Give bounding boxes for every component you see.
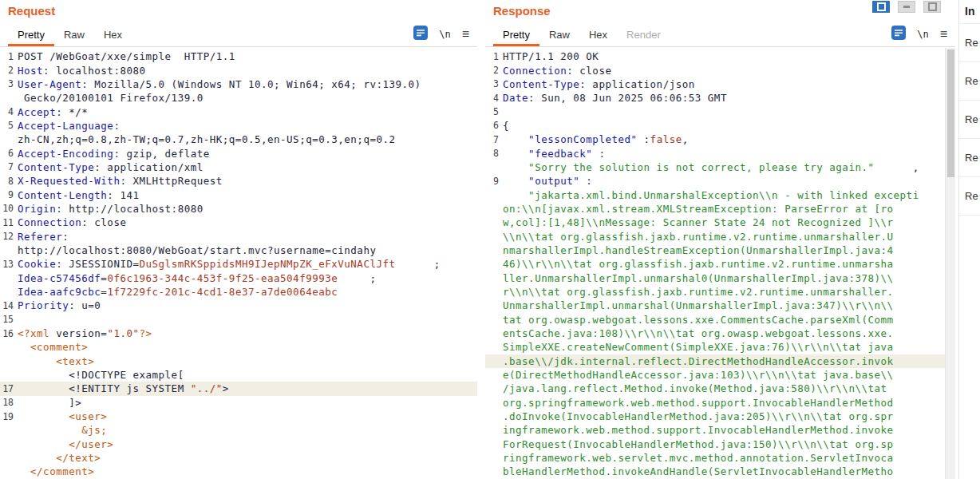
- editor-menu-icon[interactable]: ≡: [462, 28, 469, 41]
- maximize-panel-button[interactable]: [872, 1, 890, 13]
- request-code-line[interactable]: zh-CN,zh;q=0.8,zh-TW;q=0.7,zh-HK;q=0.5,e…: [0, 133, 477, 146]
- scrollbar-thumb[interactable]: [947, 49, 954, 177]
- line-number: 11: [0, 217, 18, 228]
- request-code-line[interactable]: 19 <user>: [0, 410, 477, 423]
- response-code-line[interactable]: 46)\\r\\n\\tat org.glassfish.jaxb.runtim…: [485, 257, 945, 271]
- line-number: 19: [0, 411, 18, 422]
- minimize-panel-button[interactable]: [898, 1, 915, 13]
- tab-raw[interactable]: Raw: [54, 22, 94, 46]
- response-code-line[interactable]: 2Connection: close: [485, 63, 945, 77]
- response-code-line[interactable]: 6{: [485, 119, 945, 133]
- request-code-line[interactable]: 13Cookie: JSESSIONID=DuSglsmRKSppidsMH9I…: [0, 257, 477, 271]
- response-code-line[interactable]: bleHandlerMethod.invokeAndHandle(Servlet…: [485, 465, 945, 478]
- line-number: 8: [485, 148, 503, 159]
- response-code-line[interactable]: org.springframework.web.method.support.I…: [485, 396, 945, 410]
- request-code-line[interactable]: 14Priority: u=0: [0, 299, 477, 312]
- response-code-line[interactable]: on:\\n[javax.xml.stream.XMLStreamExcepti…: [485, 202, 945, 216]
- response-code-line[interactable]: e(DirectMethodHandleAccessor.java:103)\\…: [485, 368, 945, 382]
- request-code-line[interactable]: 7Content-Type: application/xml: [0, 160, 477, 174]
- request-code-line[interactable]: 8X-Requested-With: XMLHttpRequest: [0, 174, 477, 188]
- request-code-line[interactable]: 3User-Agent: Mozilla/5.0 (Windows NT 10.…: [0, 77, 477, 91]
- response-code-line[interactable]: .doInvoke(InvocableHandlerMethod.java:20…: [485, 410, 945, 423]
- response-code-line[interactable]: .base\\/jdk.internal.reflect.DirectMetho…: [485, 354, 945, 368]
- request-code-line[interactable]: 6Accept-Encoding: gzip, deflate: [0, 146, 477, 160]
- tab-pretty[interactable]: Pretty: [493, 22, 539, 46]
- request-editor[interactable]: 1POST /WebGoat/xxe/simple HTTP/1.12Host:…: [0, 48, 477, 479]
- response-code-line[interactable]: "jakarta.xml.bind.UnmarshalException\\n …: [485, 188, 945, 201]
- response-code-line[interactable]: tat org.owasp.webgoat.lessons.xxe.Commen…: [485, 313, 945, 327]
- request-code-line[interactable]: 2Host: localhost:8080: [0, 63, 477, 77]
- request-code-line[interactable]: </text>: [0, 451, 477, 465]
- line-number: 10: [0, 203, 18, 214]
- request-code-line[interactable]: <text>: [0, 354, 477, 368]
- response-code-line[interactable]: 1HTTP/1.1 200 OK: [485, 49, 945, 63]
- request-code-line[interactable]: 1POST /WebGoat/xxe/simple HTTP/1.1: [0, 49, 477, 63]
- tab-hex[interactable]: Hex: [94, 22, 132, 46]
- tab-hex[interactable]: Hex: [579, 22, 617, 46]
- restore-panel-button[interactable]: [923, 1, 941, 13]
- request-code-line[interactable]: 5Accept-Language:: [0, 119, 477, 133]
- request-code-line[interactable]: <!DOCTYPE example[: [0, 368, 477, 382]
- request-code-line[interactable]: Gecko/20100101 Firefox/139.0: [0, 91, 477, 105]
- response-code-line[interactable]: \\n\\tat org.glassfish.jaxb.runtime.v2.r…: [485, 229, 945, 243]
- tab-render[interactable]: Render: [617, 22, 670, 46]
- search-icon[interactable]: [891, 26, 906, 43]
- line-number: 13: [0, 259, 18, 270]
- response-code-line[interactable]: 8 "feedback" :: [485, 146, 945, 160]
- request-code-line[interactable]: 4Accept: */*: [0, 105, 477, 118]
- response-code-line[interactable]: 9 "output" :: [485, 174, 945, 188]
- line-number: 9: [0, 189, 18, 200]
- response-code-line[interactable]: r\\n\\tat org.glassfish.jaxb.runtime.v2.…: [485, 285, 945, 299]
- request-code-line[interactable]: </user>: [0, 437, 477, 451]
- response-code-line[interactable]: 3Content-Type: application/json: [485, 77, 945, 91]
- response-code-line[interactable]: SimpleXXE.createNewComment(SimpleXXE.jav…: [485, 340, 945, 354]
- response-code-line[interactable]: 5: [485, 105, 945, 118]
- response-code-line[interactable]: ringframework.web.servlet.mvc.method.ann…: [485, 451, 945, 465]
- response-code-line[interactable]: w,col]:[1,48]\\nMessage: Scanner State 2…: [485, 216, 945, 229]
- inspector-section[interactable]: Re: [959, 24, 980, 62]
- request-code-line[interactable]: Idea-aafc9cbc=1f7229fc-201c-4cd1-8e37-a7…: [0, 285, 477, 299]
- editor-menu-icon[interactable]: ≡: [940, 28, 947, 41]
- response-code-line[interactable]: 7 "lessonCompleted" :false,: [485, 133, 945, 146]
- request-code-line[interactable]: http://localhost:8080/WebGoat/start.mvc?…: [0, 243, 477, 257]
- request-code-line[interactable]: 16<?xml version="1.0"?>: [0, 327, 477, 340]
- tab-raw[interactable]: Raw: [539, 22, 579, 46]
- inspector-section[interactable]: Re: [959, 101, 980, 139]
- response-code-line[interactable]: /java.lang.reflect.Method.invoke(Method.…: [485, 382, 945, 395]
- line-number: 3: [485, 78, 503, 89]
- response-scrollbar[interactable]: [945, 48, 955, 479]
- request-code-line[interactable]: 18 ]>: [0, 396, 477, 410]
- request-code-line[interactable]: 15: [0, 313, 477, 327]
- response-code-line[interactable]: ForRequest(InvocableHandlerMethod.java:1…: [485, 437, 945, 451]
- square-icon: [877, 2, 886, 11]
- line-number: 18: [0, 397, 18, 408]
- line-number: 6: [0, 148, 18, 159]
- request-code-line[interactable]: 17 <!ENTITY js SYSTEM "../">: [0, 382, 477, 395]
- response-code-line[interactable]: ller.UnmarshallerImpl.unmarshal0(Unmarsh…: [485, 271, 945, 285]
- inspector-section[interactable]: Re: [959, 177, 980, 216]
- request-code-line[interactable]: </comment>: [0, 465, 477, 478]
- response-code-line[interactable]: "Sorry the solution is not correct, plea…: [485, 160, 945, 174]
- request-code-line[interactable]: 9Content-Length: 141: [0, 188, 477, 201]
- request-code-line[interactable]: <comment>: [0, 340, 477, 354]
- inspector-section[interactable]: Re: [959, 139, 980, 177]
- search-icon[interactable]: [413, 26, 428, 43]
- show-newlines-icon[interactable]: \n: [439, 29, 450, 40]
- response-code-line[interactable]: UnmarshallerImpl.unmarshal(UnmarshallerI…: [485, 299, 945, 312]
- response-code-line[interactable]: 4Date: Sun, 08 Jun 2025 06:06:53 GMT: [485, 91, 945, 105]
- request-code-line[interactable]: 11Connection: close: [0, 216, 477, 229]
- request-code-line[interactable]: 10Origin: http://localhost:8080: [0, 202, 477, 216]
- line-number: 14: [0, 300, 18, 311]
- request-code-line[interactable]: Idea-c57456df=0f6c1963-344c-453f-9f25-ea…: [0, 271, 477, 285]
- line-number: 15: [0, 314, 18, 325]
- request-tabbar-icons: \n ≡: [413, 22, 469, 46]
- response-code-line[interactable]: entsCache.java:108)\\r\\n\\tat org.owasp…: [485, 327, 945, 340]
- tab-pretty[interactable]: Pretty: [8, 22, 54, 46]
- response-code-line[interactable]: nmarshallerImpl.handleStreamException(Un…: [485, 243, 945, 257]
- request-code-line[interactable]: 12Referer:: [0, 229, 477, 243]
- show-newlines-icon[interactable]: \n: [917, 29, 928, 40]
- response-viewer[interactable]: 1HTTP/1.1 200 OK2Connection: close3Conte…: [485, 48, 945, 479]
- response-code-line[interactable]: ingframework.web.method.support.Invocabl…: [485, 423, 945, 437]
- request-code-line[interactable]: &js;: [0, 423, 477, 437]
- inspector-section[interactable]: Re: [959, 62, 980, 101]
